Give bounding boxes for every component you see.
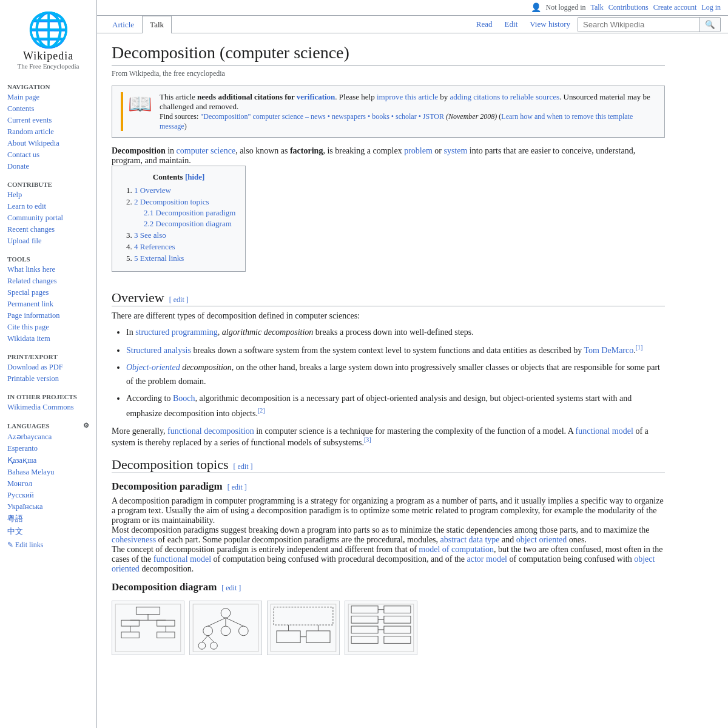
sidebar-item-lang-kazakh[interactable]: Қазақша [0,454,96,467]
find-sources-link[interactable]: "Decomposition" computer science – news … [200,112,444,121]
toc-item-5[interactable]: 5 External links [134,254,235,263]
sidebar-item-recent-changes[interactable]: Recent changes [0,224,96,235]
tab-talk[interactable]: Talk [142,16,172,33]
actor-model-link[interactable]: actor model [467,554,507,564]
languages-settings-icon[interactable]: ⚙ [83,422,89,430]
wikipedia-logo: 🌐 Wikipedia The Free Encyclopedia [0,5,96,75]
tom-demarco-link[interactable]: Tom DeMarco [584,346,633,355]
create-account-link[interactable]: Create account [653,3,697,12]
sidebar-item-related-changes[interactable]: Related changes [0,275,96,287]
sidebar-item-wikidata[interactable]: Wikidata item [0,333,96,345]
tab-article[interactable]: Article [104,16,142,33]
sidebar-item-page-info[interactable]: Page information [0,310,96,322]
problem-link[interactable]: problem [404,146,433,155]
sidebar-item-permanent-link[interactable]: Permanent link [0,298,96,310]
site-name: Wikipedia [5,50,92,62]
sidebar-item-what-links-here[interactable]: What links here [0,264,96,275]
sidebar-item-edit-links[interactable]: ✎ Edit links [0,538,96,552]
diagram-thumb-1[interactable] [112,601,184,655]
view-history-action[interactable]: View history [525,17,575,32]
model-of-computation-link[interactable]: model of computation [419,545,494,554]
sidebar-item-special-pages[interactable]: Special pages [0,287,96,298]
cohesiveness-link[interactable]: cohesiveness [112,535,156,544]
functional-decomposition-link[interactable]: functional decomposition [167,426,254,436]
sidebar-item-cite[interactable]: Cite this page [0,322,96,333]
search-input[interactable] [578,18,699,32]
improve-article-link[interactable]: improve this article [377,92,438,101]
paradigm-para1: A decomposition paradigm in computer pro… [112,496,665,525]
sidebar-item-lang-cantonese[interactable]: 粵語 [0,513,96,525]
languages-section-title: Languages ⚙ [0,419,96,431]
toc-item-2-2[interactable]: 2.2 Decomposition diagram [144,219,235,229]
object-oriented-link2[interactable]: object oriented [516,535,567,544]
sidebar-item-download-pdf[interactable]: Download as PDF [0,362,96,373]
computer-science-link[interactable]: computer science [177,146,236,155]
sidebar-item-main-page[interactable]: Main page [0,92,96,103]
verification-link[interactable]: verification [297,92,335,101]
functional-model-link2[interactable]: functional model [153,554,211,564]
sidebar-item-about[interactable]: About Wikipedia [0,138,96,149]
read-action[interactable]: Read [471,17,497,32]
sidebar-item-printable[interactable]: Printable version [0,373,96,385]
overview-list: In structured programming, algorithmic d… [126,326,665,420]
sidebar-item-wikimedia-commons[interactable]: Wikimedia Commons [0,402,96,413]
toc-list: 1 Overview 2 Decomposition topics 2.1 De… [122,186,235,263]
paradigm-edit-link[interactable]: [ edit ] [228,483,247,492]
list-item: Object-oriented decomposition, on the ot… [126,361,665,388]
sidebar-item-learn-to-edit[interactable]: Learn to edit [0,201,96,212]
citation-box: 📖 This article needs additional citation… [112,86,665,138]
sidebar-item-community-portal[interactable]: Community portal [0,212,96,224]
sidebar: 🌐 Wikipedia The Free Encyclopedia Naviga… [0,0,97,728]
object-oriented-link[interactable]: Object-oriented [126,363,180,372]
toc-item-2[interactable]: 2 Decomposition topics 2.1 Decomposition… [134,197,235,229]
search-box[interactable]: 🔍 [578,17,721,32]
toc-item-4[interactable]: 4 References [134,242,235,252]
system-link[interactable]: system [443,146,467,155]
sidebar-item-lang-esperanto[interactable]: Esperanto [0,443,96,454]
sidebar-item-lang-malay[interactable]: Bahasa Melayu [0,467,96,478]
overview-edit-link[interactable]: [ edit ] [169,295,189,305]
diagram-thumb-3[interactable] [267,601,340,655]
booch-link[interactable]: Booch [173,394,195,403]
contributions-link[interactable]: Contributions [608,3,649,12]
decomposition-topics-heading: Decomposition topics [ edit ] [112,457,665,473]
sidebar-item-current-events[interactable]: Current events [0,115,96,126]
diagram-heading: Decomposition diagram [ edit ] [112,581,665,593]
diagram-thumb-2[interactable] [189,601,262,655]
sidebar-item-random-article[interactable]: Random article [0,126,96,138]
tools-section-title: Tools [0,253,96,264]
diagram-thumb-4[interactable] [345,601,417,655]
search-button[interactable]: 🔍 [699,18,720,32]
sidebar-item-lang-ukrainian[interactable]: Українська [0,501,96,513]
structured-analysis-link[interactable]: Structured analysis [126,346,191,355]
abstract-data-type-link[interactable]: abstract data type [440,535,500,544]
svg-rect-0 [115,604,181,652]
list-item: Structured analysis breaks down a softwa… [126,343,665,357]
otherprojects-section: In other projects Wikimedia Commons [0,391,96,413]
edit-action[interactable]: Edit [500,17,523,32]
toc-hide-link[interactable]: [hide] [185,172,205,181]
toc-item-1[interactable]: 1 Overview [134,186,235,195]
sidebar-item-lang-chinese[interactable]: 中文 [0,525,96,538]
sidebar-item-help[interactable]: Help [0,189,96,201]
overview-intro: There are different types of decompositi… [112,311,665,321]
decomposition-topics-edit-link[interactable]: [ edit ] [233,462,252,471]
talk-link[interactable]: Talk [591,3,604,12]
diagram-edit-link[interactable]: [ edit ] [221,584,241,593]
toc-item-3[interactable]: 3 See also [134,231,235,240]
sidebar-item-contact[interactable]: Contact us [0,149,96,161]
sidebar-item-lang-mongolian[interactable]: Монгол [0,478,96,490]
sidebar-item-lang-azerbaijani[interactable]: Azərbaycanca [0,431,96,443]
otherprojects-section-title: In other projects [0,391,96,402]
sidebar-item-lang-russian[interactable]: Русский [0,490,96,501]
paradigm-para2: Most decomposition paradigms suggest bre… [112,525,665,545]
adding-citations-link[interactable]: adding citations to reliable sources [450,92,560,101]
sidebar-item-upload-file[interactable]: Upload file [0,235,96,247]
structured-programming-link[interactable]: structured programming [135,328,218,337]
toc-item-2-1[interactable]: 2.1 Decomposition paradigm [144,208,235,218]
globe-icon: 🌐 [5,10,92,50]
sidebar-item-donate[interactable]: Donate [0,161,96,172]
log-in-link[interactable]: Log in [701,3,721,12]
functional-model-link[interactable]: functional model [576,426,633,436]
sidebar-item-contents[interactable]: Contents [0,103,96,115]
